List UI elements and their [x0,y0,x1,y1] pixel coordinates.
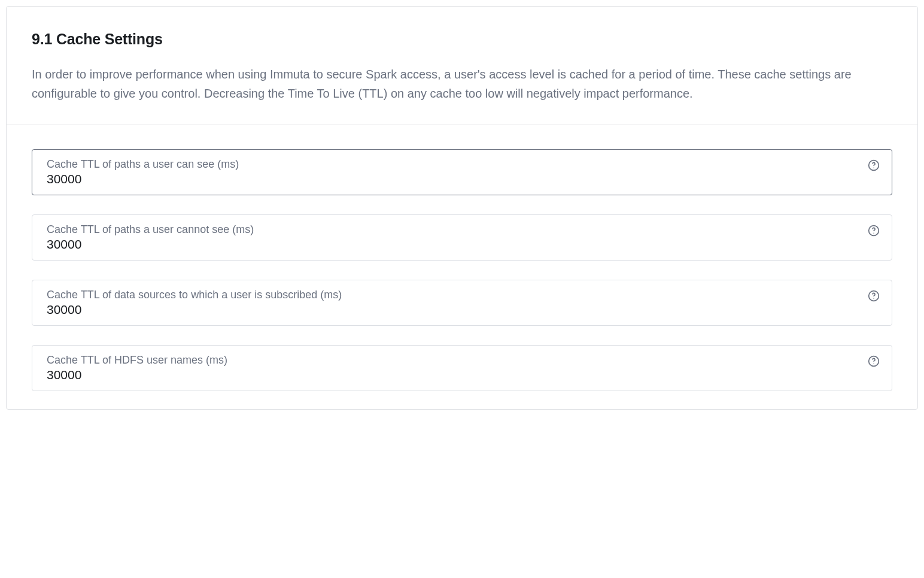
field-cache-ttl-paths-can-see[interactable]: Cache TTL of paths a user can see (ms) [32,149,892,195]
cache-ttl-paths-cannot-see-input[interactable] [47,237,856,252]
panel-header: 9.1 Cache Settings In order to improve p… [7,7,917,125]
cache-settings-panel: 9.1 Cache Settings In order to improve p… [6,6,918,410]
panel-body: Cache TTL of paths a user can see (ms) C… [7,125,917,409]
help-icon[interactable] [868,355,880,367]
field-label: Cache TTL of data sources to which a use… [47,289,856,301]
svg-point-1 [873,168,874,168]
field-cache-ttl-data-sources[interactable]: Cache TTL of data sources to which a use… [32,280,892,326]
field-label: Cache TTL of paths a user can see (ms) [47,158,856,171]
help-icon[interactable] [868,290,880,302]
section-description: In order to improve performance when usi… [32,65,892,103]
field-label: Cache TTL of paths a user cannot see (ms… [47,223,856,236]
svg-point-7 [873,364,874,364]
cache-ttl-paths-can-see-input[interactable] [47,172,856,186]
field-cache-ttl-paths-cannot-see[interactable]: Cache TTL of paths a user cannot see (ms… [32,214,892,261]
svg-point-3 [873,233,874,234]
svg-point-5 [873,298,874,299]
field-label: Cache TTL of HDFS user names (ms) [47,354,856,367]
help-icon[interactable] [868,225,880,237]
help-icon[interactable] [868,159,880,171]
cache-ttl-hdfs-usernames-input[interactable] [47,368,856,382]
cache-ttl-data-sources-input[interactable] [47,302,856,317]
field-cache-ttl-hdfs-usernames[interactable]: Cache TTL of HDFS user names (ms) [32,345,892,391]
section-title: 9.1 Cache Settings [32,31,892,48]
